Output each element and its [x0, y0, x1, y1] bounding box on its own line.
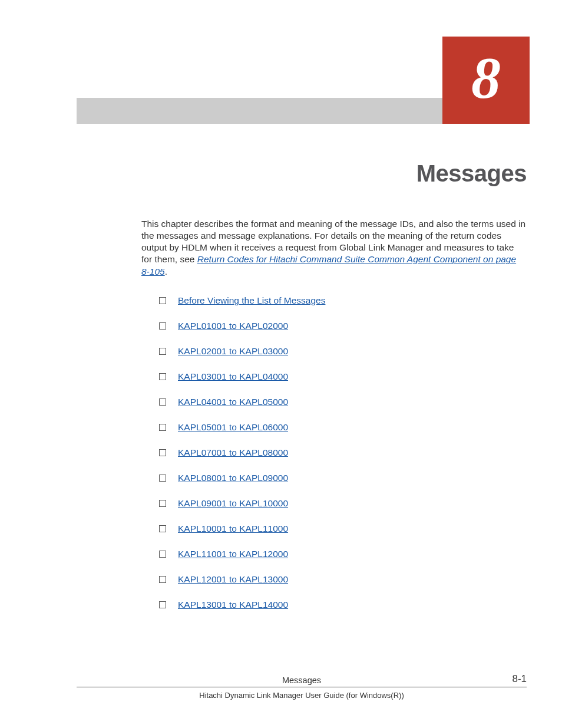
footer-doc-title: Hitachi Dynamic Link Manager User Guide …	[77, 690, 527, 700]
footer-top-row: Messages 8-1	[77, 674, 527, 687]
toc-link[interactable]: KAPL10001 to KAPL11000	[178, 523, 288, 534]
toc-link[interactable]: KAPL12001 to KAPL13000	[178, 574, 288, 585]
toc-link[interactable]: KAPL02001 to KAPL03000	[178, 346, 288, 357]
bullet-icon	[159, 348, 166, 355]
toc-item: KAPL05001 to KAPL06000	[159, 422, 527, 433]
toc-link[interactable]: KAPL03001 to KAPL04000	[178, 371, 288, 382]
chapter-number-box: 8	[442, 37, 530, 124]
toc-item: KAPL09001 to KAPL10000	[159, 498, 527, 509]
toc-link[interactable]: KAPL13001 to KAPL14000	[178, 599, 288, 610]
toc-item: KAPL03001 to KAPL04000	[159, 371, 527, 382]
footer-divider	[77, 687, 527, 687]
bullet-icon	[159, 424, 166, 431]
bullet-icon	[159, 449, 166, 456]
bullet-icon	[159, 576, 166, 583]
bullet-icon	[159, 500, 166, 507]
bullet-icon	[159, 297, 166, 304]
chapter-title: Messages	[416, 160, 527, 187]
bullet-icon	[159, 322, 166, 330]
toc-link[interactable]: KAPL05001 to KAPL06000	[178, 422, 288, 433]
toc-item: KAPL13001 to KAPL14000	[159, 599, 527, 610]
bullet-icon	[159, 398, 166, 406]
toc-item: KAPL07001 to KAPL08000	[159, 447, 527, 458]
toc-list: Before Viewing the List of Messages KAPL…	[141, 295, 527, 610]
footer-page-number: 8-1	[512, 673, 527, 685]
toc-link[interactable]: KAPL04001 to KAPL05000	[178, 397, 288, 407]
toc-link[interactable]: KAPL07001 to KAPL08000	[178, 447, 288, 458]
toc-link[interactable]: Before Viewing the List of Messages	[178, 295, 325, 306]
toc-item: KAPL02001 to KAPL03000	[159, 346, 527, 357]
toc-link[interactable]: KAPL11001 to KAPL12000	[178, 549, 288, 559]
chapter-header: 8	[0, 37, 562, 125]
toc-link[interactable]: KAPL09001 to KAPL10000	[178, 498, 288, 509]
toc-item: Before Viewing the List of Messages	[159, 295, 527, 306]
toc-item: KAPL11001 to KAPL12000	[159, 549, 527, 559]
toc-item: KAPL10001 to KAPL11000	[159, 523, 527, 534]
bullet-icon	[159, 551, 166, 558]
page-footer: Messages 8-1 Hitachi Dynamic Link Manage…	[77, 674, 527, 700]
bullet-icon	[159, 525, 166, 532]
toc-item: KAPL04001 to KAPL05000	[159, 397, 527, 407]
intro-link[interactable]: Return Codes for Hitachi Command Suite C…	[141, 254, 516, 276]
chapter-number: 8	[471, 48, 501, 107]
toc-item: KAPL12001 to KAPL13000	[159, 574, 527, 585]
intro-text-after: .	[165, 266, 167, 276]
intro-paragraph: This chapter describes the format and me…	[141, 218, 527, 278]
content-area: This chapter describes the format and me…	[141, 218, 527, 625]
toc-item: KAPL01001 to KAPL02000	[159, 321, 527, 331]
bullet-icon	[159, 475, 166, 482]
toc-link[interactable]: KAPL08001 to KAPL09000	[178, 473, 288, 483]
page: 8 Messages This chapter describes the fo…	[0, 0, 562, 728]
footer-section-name: Messages	[282, 676, 321, 685]
bullet-icon	[159, 373, 166, 380]
toc-link[interactable]: KAPL01001 to KAPL02000	[178, 321, 288, 331]
bullet-icon	[159, 601, 166, 608]
toc-item: KAPL08001 to KAPL09000	[159, 473, 527, 483]
